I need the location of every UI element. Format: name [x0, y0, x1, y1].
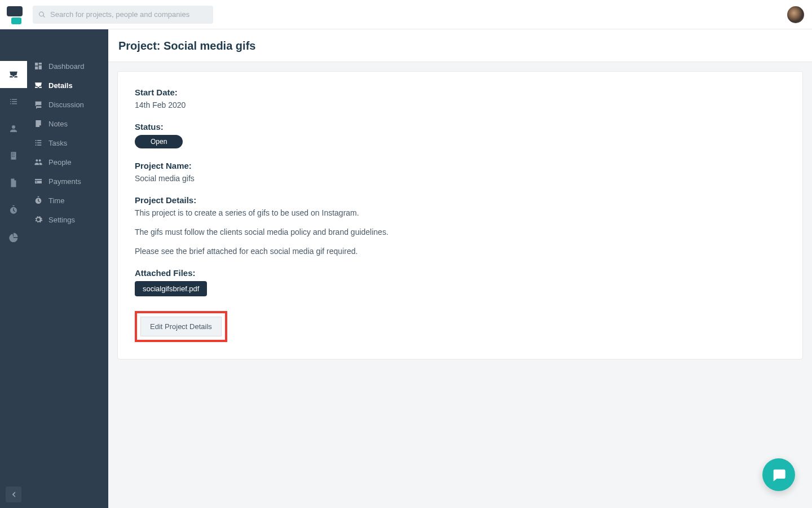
chat-launcher[interactable]	[762, 458, 795, 491]
stopwatch-icon	[34, 196, 43, 205]
app-logo[interactable]	[6, 5, 25, 24]
project-sidebar: Dashboard Details Discussion Notes Tasks…	[27, 29, 108, 508]
search-input[interactable]	[50, 10, 208, 19]
project-details-label: Project Details:	[135, 195, 785, 205]
note-icon	[34, 119, 43, 128]
chat-icon	[34, 100, 43, 109]
sidebar-item-label: Payments	[48, 177, 81, 186]
search-box[interactable]	[33, 6, 213, 24]
inbox-icon	[34, 81, 43, 90]
stopwatch-icon	[8, 205, 19, 215]
project-details-p2: The gifs must follow the clients social …	[135, 227, 785, 237]
document-icon	[8, 178, 19, 188]
start-date-value: 14th Feb 2020	[135, 100, 785, 110]
topbar	[0, 0, 812, 29]
list-icon	[8, 97, 19, 107]
main-area: Project: Social media gifs Start Date: 1…	[108, 29, 812, 508]
sidebar-item-time[interactable]: Time	[27, 191, 108, 210]
status-label: Status:	[135, 122, 785, 132]
tasks-icon	[34, 138, 43, 147]
project-details-p3: Please see the brief attached for each s…	[135, 247, 785, 256]
main-rail	[0, 29, 27, 508]
search-icon	[38, 11, 46, 19]
attached-files-label: Attached Files:	[135, 268, 785, 278]
sidebar-item-label: Settings	[48, 216, 75, 224]
sidebar-item-label: Notes	[48, 120, 68, 128]
pie-chart-icon	[8, 232, 19, 242]
project-name-label: Project Name:	[135, 161, 785, 170]
sidebar-item-label: Dashboard	[48, 62, 85, 71]
sidebar-item-label: Time	[48, 196, 64, 205]
sidebar-item-label: Tasks	[48, 139, 67, 147]
page-title: Project: Social media gifs	[118, 40, 802, 52]
rail-item-docs[interactable]	[0, 169, 27, 196]
chevron-left-icon	[8, 489, 19, 500]
rail-collapse-toggle[interactable]	[6, 487, 21, 502]
rail-item-projects[interactable]	[0, 61, 27, 88]
sidebar-item-people[interactable]: People	[27, 152, 108, 172]
rail-item-company[interactable]	[0, 142, 27, 169]
attached-file[interactable]: socialgifsbrief.pdf	[135, 281, 207, 296]
sidebar-item-label: Details	[48, 81, 73, 90]
status-badge[interactable]: Open	[135, 135, 183, 148]
user-avatar[interactable]	[787, 6, 804, 23]
project-details-p1: This project is to create a series of gi…	[135, 208, 785, 217]
rail-item-time[interactable]	[0, 196, 27, 224]
sidebar-item-label: Discussion	[48, 100, 84, 109]
card-icon	[34, 177, 43, 186]
inbox-icon	[8, 69, 19, 80]
grid-icon	[34, 62, 43, 71]
start-date-label: Start Date:	[135, 87, 785, 97]
sidebar-item-tasks[interactable]: Tasks	[27, 133, 108, 152]
chat-bubble-icon	[771, 467, 787, 483]
edit-highlight-box: Edit Project Details	[135, 311, 227, 342]
rail-item-reports[interactable]	[0, 224, 27, 251]
gear-icon	[34, 215, 43, 224]
project-details-value: This project is to create a series of gi…	[135, 208, 785, 256]
sidebar-item-dashboard[interactable]: Dashboard	[27, 56, 108, 76]
sidebar-item-settings[interactable]: Settings	[27, 210, 108, 229]
edit-project-details-button[interactable]: Edit Project Details	[140, 317, 222, 336]
sidebar-item-label: People	[48, 158, 71, 167]
building-icon	[8, 151, 19, 161]
person-icon	[8, 124, 19, 134]
page-header: Project: Social media gifs	[108, 29, 812, 62]
sidebar-item-details[interactable]: Details	[27, 76, 108, 95]
project-name-value: Social media gifs	[135, 174, 785, 183]
rail-item-list[interactable]	[0, 88, 27, 115]
project-details-card: Start Date: 14th Feb 2020 Status: Open P…	[117, 71, 803, 360]
sidebar-item-payments[interactable]: Payments	[27, 172, 108, 191]
sidebar-item-notes[interactable]: Notes	[27, 114, 108, 133]
rail-item-people[interactable]	[0, 115, 27, 142]
people-icon	[34, 157, 43, 167]
sidebar-item-discussion[interactable]: Discussion	[27, 95, 108, 114]
